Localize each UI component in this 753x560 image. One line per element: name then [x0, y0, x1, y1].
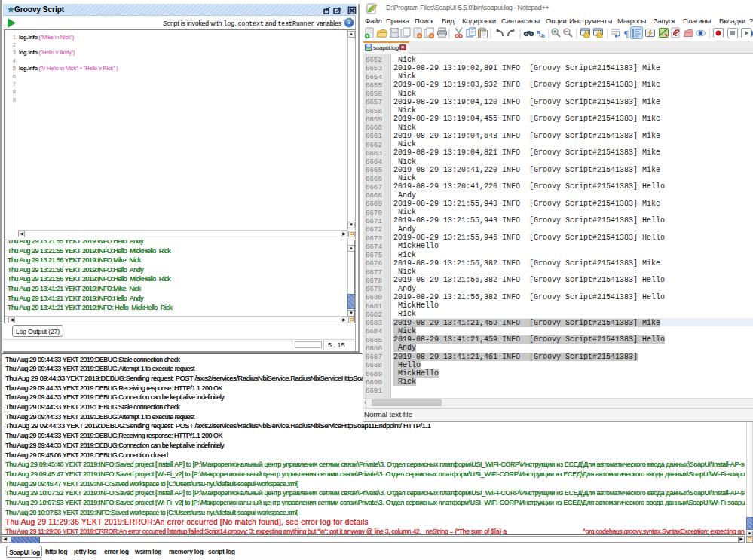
svg-text:¶: ¶: [624, 28, 629, 39]
svg-text:a: a: [537, 29, 540, 35]
